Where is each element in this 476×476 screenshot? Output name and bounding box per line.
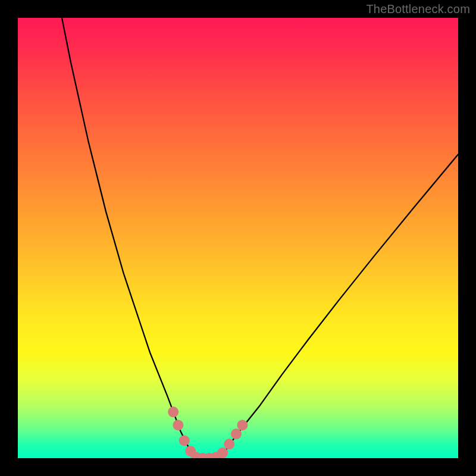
series-left-arm — [62, 18, 194, 458]
curve-markers — [168, 406, 248, 458]
plot-area — [18, 18, 458, 458]
curve-layer — [18, 18, 458, 458]
series-right-arm — [220, 154, 458, 458]
left-marker-1 — [168, 406, 178, 417]
right-marker-1 — [217, 447, 228, 458]
right-marker-2 — [224, 439, 234, 449]
watermark-text: TheBottleneck.com — [366, 2, 470, 16]
right-marker-3 — [231, 428, 242, 439]
bottleneck-curve — [62, 18, 458, 458]
chart-frame: TheBottleneck.com — [0, 0, 476, 476]
right-marker-4 — [237, 420, 248, 431]
left-marker-2 — [173, 420, 183, 431]
left-marker-3 — [179, 435, 190, 446]
